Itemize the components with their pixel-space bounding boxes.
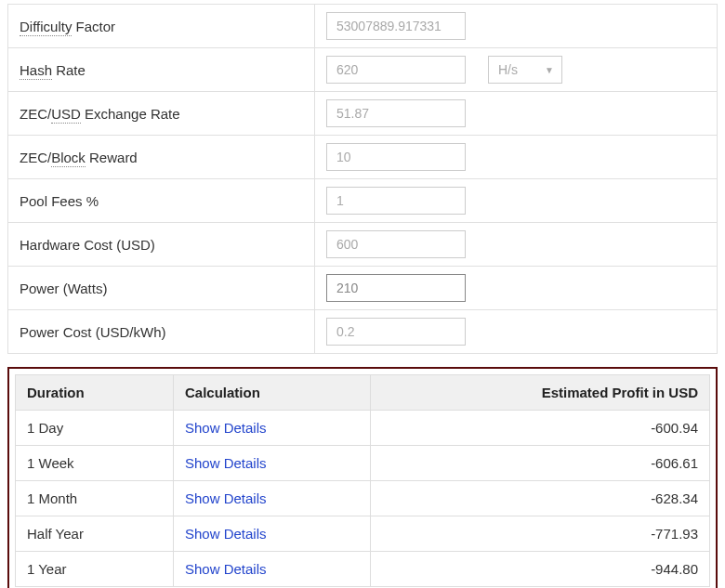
cell-profit: -944.80 [371, 552, 710, 587]
field-extra-cell: H/s▼ [477, 48, 718, 92]
field-extra-cell [477, 179, 718, 223]
table-row: Half YearShow Details-771.93 [16, 516, 710, 552]
field-input-cell [315, 136, 478, 179]
field-label: Hardware Cost (USD) [8, 223, 315, 267]
cell-calculation: Show Details [174, 411, 371, 446]
results-header-row: Duration Calculation Estimated Profit in… [16, 375, 710, 411]
field-input-cell [315, 92, 478, 136]
cell-calculation: Show Details [174, 481, 371, 516]
results-panel: Duration Calculation Estimated Profit in… [7, 367, 718, 588]
form-row: ZEC/Block Reward [8, 136, 718, 179]
table-row: 1 WeekShow Details-606.61 [16, 446, 710, 481]
chevron-down-icon: ▼ [545, 65, 554, 75]
form-row: Pool Fees % [8, 179, 718, 223]
form-row: Difficulty Factor [8, 5, 718, 48]
cell-duration: 1 Day [16, 411, 174, 446]
field-extra-cell [477, 267, 718, 310]
field-input[interactable] [326, 12, 466, 40]
field-input-cell [315, 48, 478, 92]
field-label: Difficulty Factor [8, 5, 315, 48]
field-extra-cell [477, 5, 718, 48]
cell-calculation: Show Details [174, 552, 371, 587]
form-row: Power Cost (USD/kWh) [8, 310, 718, 354]
field-extra-cell [477, 310, 718, 354]
show-details-link[interactable]: Show Details [185, 455, 267, 471]
parameters-form: Difficulty FactorHash RateH/s▼ZEC/USD Ex… [7, 4, 718, 354]
header-profit: Estimated Profit in USD [371, 375, 710, 411]
table-row: 1 DayShow Details-600.94 [16, 411, 710, 446]
field-extra-cell [477, 223, 718, 267]
field-input-cell [315, 5, 478, 48]
header-duration: Duration [16, 375, 174, 411]
field-input[interactable] [326, 187, 466, 215]
form-row: Power (Watts) [8, 267, 718, 310]
cell-calculation: Show Details [174, 516, 371, 552]
field-input[interactable] [326, 274, 466, 302]
show-details-link[interactable]: Show Details [185, 490, 267, 506]
field-input-cell [315, 179, 478, 223]
header-calculation: Calculation [174, 375, 371, 411]
cell-duration: 1 Year [16, 552, 174, 587]
form-row: ZEC/USD Exchange Rate [8, 92, 718, 136]
field-input-cell [315, 267, 478, 310]
field-label: Hash Rate [8, 48, 315, 92]
results-table: Duration Calculation Estimated Profit in… [15, 374, 710, 587]
show-details-link[interactable]: Show Details [185, 561, 267, 577]
field-label: Pool Fees % [8, 179, 315, 223]
field-extra-cell [477, 92, 718, 136]
field-input[interactable] [326, 143, 466, 171]
form-row: Hash RateH/s▼ [8, 48, 718, 92]
field-input-cell [315, 310, 478, 354]
cell-profit: -606.61 [371, 446, 710, 481]
field-input-cell [315, 223, 478, 267]
show-details-link[interactable]: Show Details [185, 526, 267, 542]
cell-profit: -600.94 [371, 411, 710, 446]
field-input[interactable] [326, 99, 466, 127]
unit-select-value: H/s [498, 62, 518, 77]
field-label: Power (Watts) [8, 267, 315, 310]
unit-select[interactable]: H/s▼ [488, 56, 562, 84]
cell-duration: Half Year [16, 516, 174, 552]
cell-duration: 1 Month [16, 481, 174, 516]
field-label: ZEC/USD Exchange Rate [8, 92, 315, 136]
field-extra-cell [477, 136, 718, 179]
cell-duration: 1 Week [16, 446, 174, 481]
field-input[interactable] [326, 230, 466, 258]
field-label: Power Cost (USD/kWh) [8, 310, 315, 354]
cell-calculation: Show Details [174, 446, 371, 481]
table-row: 1 MonthShow Details-628.34 [16, 481, 710, 516]
show-details-link[interactable]: Show Details [185, 420, 267, 436]
field-label: ZEC/Block Reward [8, 136, 315, 179]
table-row: 1 YearShow Details-944.80 [16, 552, 710, 587]
field-input[interactable] [326, 318, 466, 346]
cell-profit: -628.34 [371, 481, 710, 516]
form-row: Hardware Cost (USD) [8, 223, 718, 267]
field-input[interactable] [326, 56, 466, 84]
cell-profit: -771.93 [371, 516, 710, 552]
